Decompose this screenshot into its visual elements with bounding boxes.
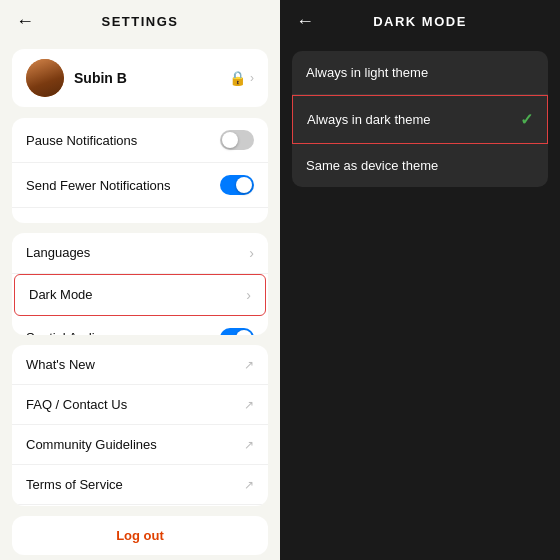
whats-new-label: What's New	[26, 357, 244, 372]
same-as-device-option[interactable]: Same as device theme	[292, 144, 548, 187]
profile-section[interactable]: Subin B 🔒 ›	[12, 49, 268, 107]
chevron-right-icon: ›	[249, 245, 254, 261]
profile-icons: 🔒 ›	[229, 70, 254, 86]
chevron-right-icon: ›	[250, 71, 254, 85]
dark-mode-item[interactable]: Dark Mode ›	[14, 274, 266, 316]
dark-mode-options: Always in light theme Always in dark the…	[292, 51, 548, 187]
community-guidelines-label: Community Guidelines	[26, 437, 244, 452]
settings-header: ← SETTINGS	[0, 0, 280, 43]
spatial-audio-toggle[interactable]	[220, 328, 254, 335]
profile-name: Subin B	[74, 70, 219, 86]
always-light-option[interactable]: Always in light theme	[292, 51, 548, 95]
dark-mode-back-button[interactable]: ←	[296, 11, 314, 32]
terms-of-service-item[interactable]: Terms of Service ↗	[12, 465, 268, 505]
whats-new-item[interactable]: What's New ↗	[12, 345, 268, 385]
notifications-group: Pause Notifications Send Fewer Notificat…	[12, 118, 268, 223]
languages-item[interactable]: Languages ›	[12, 233, 268, 274]
spatial-audio-item[interactable]: Spatial Audio	[12, 316, 268, 335]
logout-button[interactable]: Log out	[12, 516, 268, 555]
always-light-label: Always in light theme	[306, 65, 534, 80]
preferences-group: Languages › Dark Mode › Spatial Audio	[12, 233, 268, 335]
always-dark-label: Always in dark theme	[307, 112, 520, 127]
faq-contact-label: FAQ / Contact Us	[26, 397, 244, 412]
send-fewer-notifications-item[interactable]: Send Fewer Notifications	[12, 163, 268, 208]
back-button[interactable]: ←	[16, 11, 34, 32]
notification-settings-item[interactable]: Notification Settings ›	[12, 208, 268, 223]
settings-title: SETTINGS	[101, 14, 178, 29]
send-fewer-notifications-label: Send Fewer Notifications	[26, 178, 220, 193]
external-link-icon: ↗	[244, 478, 254, 492]
info-group: What's New ↗ FAQ / Contact Us ↗ Communit…	[12, 345, 268, 506]
avatar	[26, 59, 64, 97]
dark-mode-panel: ← DARK MODE Always in light theme Always…	[280, 0, 560, 560]
always-dark-option[interactable]: Always in dark theme ✓	[292, 95, 548, 144]
terms-of-service-label: Terms of Service	[26, 477, 244, 492]
languages-label: Languages	[26, 245, 249, 260]
settings-panel: ← SETTINGS Subin B 🔒 › Pause Notificatio…	[0, 0, 280, 560]
external-link-icon: ↗	[244, 438, 254, 452]
community-guidelines-item[interactable]: Community Guidelines ↗	[12, 425, 268, 465]
external-link-icon: ↗	[244, 398, 254, 412]
spatial-audio-label: Spatial Audio	[26, 330, 220, 335]
dark-mode-header: ← DARK MODE	[280, 0, 560, 43]
selected-checkmark-icon: ✓	[520, 110, 533, 129]
pause-notifications-item[interactable]: Pause Notifications	[12, 118, 268, 163]
external-link-icon: ↗	[244, 358, 254, 372]
pause-notifications-toggle[interactable]	[220, 130, 254, 150]
same-as-device-label: Same as device theme	[306, 158, 534, 173]
faq-contact-item[interactable]: FAQ / Contact Us ↗	[12, 385, 268, 425]
privacy-policy-item[interactable]: Privacy Policy ↗	[12, 505, 268, 506]
send-fewer-notifications-toggle[interactable]	[220, 175, 254, 195]
dark-mode-title: DARK MODE	[373, 14, 467, 29]
dark-mode-label: Dark Mode	[29, 287, 246, 302]
chevron-right-icon: ›	[246, 287, 251, 303]
pause-notifications-label: Pause Notifications	[26, 133, 220, 148]
logout-section: Log out	[12, 516, 268, 555]
chevron-right-icon: ›	[249, 220, 254, 223]
lock-icon: 🔒	[229, 70, 246, 86]
notification-settings-label: Notification Settings	[26, 221, 249, 223]
